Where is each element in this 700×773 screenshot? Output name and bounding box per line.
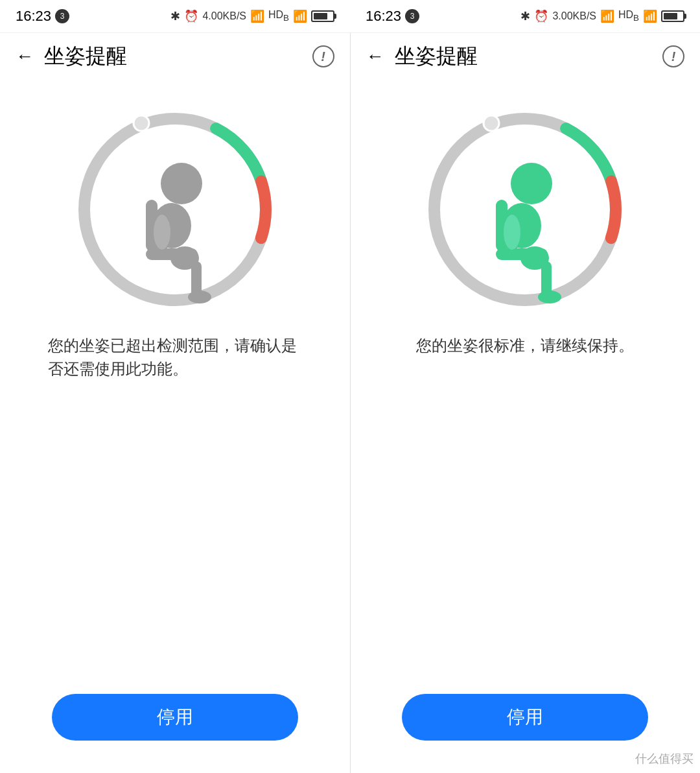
wifi-icon-left: 📶 <box>250 9 264 23</box>
disable-button-right[interactable]: 停用 <box>402 694 648 741</box>
back-button-left[interactable]: ← <box>16 46 34 67</box>
page-title-left: 坐姿提醒 <box>44 42 127 71</box>
notification-badge-left: 3 <box>55 9 69 23</box>
status-bar-left: 16:23 3 ✱ ⏰ 4.00KB/S 📶 HDB 📶 <box>0 0 350 32</box>
status-icons-right: ✱ ⏰ 3.00KB/S 📶 HDB 📶 <box>520 9 684 23</box>
svg-point-23 <box>503 214 521 250</box>
notification-badge-right: 3 <box>405 9 419 23</box>
arc-svg-left <box>71 106 279 313</box>
posture-area-right: 您的坐姿很标准，请继续保持。 <box>351 80 701 773</box>
time-left: 16:23 3 <box>16 8 69 25</box>
bluetooth-icon-right: ✱ <box>520 9 530 23</box>
svg-point-10 <box>188 291 211 303</box>
status-bar: 16:23 3 ✱ ⏰ 4.00KB/S 📶 HDB 📶 16:23 3 ✱ ⏰… <box>0 0 700 32</box>
status-text-right: 您的坐姿很标准，请继续保持。 <box>401 334 649 357</box>
status-icons-left: ✱ ⏰ 4.00KB/S 📶 HDB 📶 <box>170 9 334 23</box>
time-text-right: 16:23 <box>366 8 401 25</box>
alarm-icon-right: ⏰ <box>534 9 548 23</box>
watermark: 什么值得买 <box>635 751 694 767</box>
header-right: ← 坐姿提醒 ! <box>351 33 701 80</box>
svg-point-4 <box>161 163 202 204</box>
svg-point-15 <box>484 115 499 131</box>
posture-circle-left <box>71 106 279 313</box>
screen-left: ← 坐姿提醒 ! <box>0 33 351 773</box>
hd-icon-left: HDB <box>268 9 289 23</box>
bluetooth-icon-left: ✱ <box>170 9 180 23</box>
posture-area-left: 您的坐姿已超出检测范围，请确认是否还需使用此功能。 <box>0 80 350 773</box>
battery-right <box>661 10 684 22</box>
arc-svg-right <box>421 106 629 313</box>
hd-icon-right: HDB <box>618 9 639 23</box>
time-text-left: 16:23 <box>16 8 51 25</box>
speed-icon-left: 4.00KB/S <box>202 10 246 22</box>
status-bar-right: 16:23 3 ✱ ⏰ 3.00KB/S 📶 HDB 📶 <box>350 0 700 32</box>
header-right-group: ← 坐姿提醒 <box>366 42 478 71</box>
signal-icon-right: 📶 <box>643 9 657 23</box>
posture-circle-right <box>421 106 629 313</box>
svg-point-3 <box>134 115 149 131</box>
info-button-left[interactable]: ! <box>312 45 334 67</box>
status-text-left: 您的坐姿已超出检测范围，请确认是否还需使用此功能。 <box>32 334 318 381</box>
page-title-right: 坐姿提醒 <box>395 42 478 71</box>
svg-point-16 <box>511 163 552 204</box>
time-right: 16:23 3 <box>366 8 419 25</box>
alarm-icon-left: ⏰ <box>184 9 198 23</box>
wifi-icon-right: 📶 <box>600 9 614 23</box>
svg-point-11 <box>153 214 171 250</box>
header-left: ← 坐姿提醒 ! <box>0 33 350 80</box>
screens-container: ← 坐姿提醒 ! <box>0 32 700 773</box>
back-button-right[interactable]: ← <box>366 46 384 67</box>
svg-point-22 <box>538 291 561 303</box>
battery-left <box>311 10 334 22</box>
signal-icon-left: 📶 <box>293 9 307 23</box>
header-left-group: ← 坐姿提醒 <box>16 42 127 71</box>
screen-right: ← 坐姿提醒 ! <box>351 33 701 773</box>
disable-button-left[interactable]: 停用 <box>52 694 298 741</box>
info-button-right[interactable]: ! <box>662 45 684 67</box>
speed-icon-right: 3.00KB/S <box>552 10 596 22</box>
